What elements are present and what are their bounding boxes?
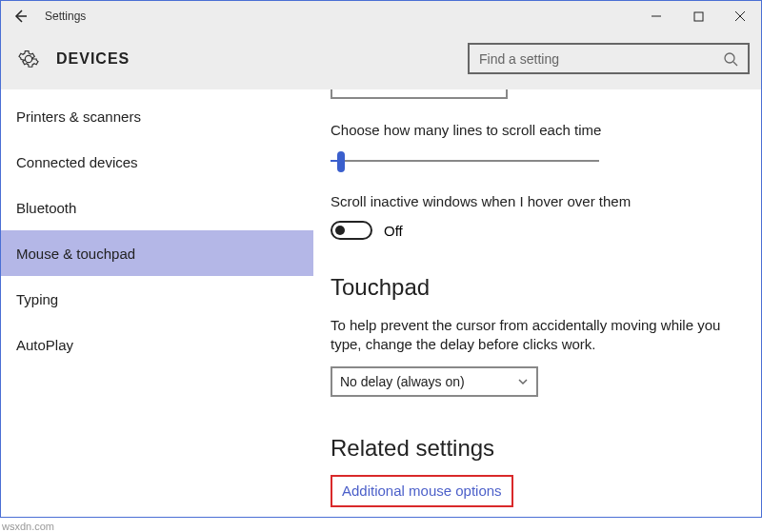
sidebar-item-mouse-touchpad[interactable]: Mouse & touchpad (1, 230, 313, 276)
sidebar-item-connected-devices[interactable]: Connected devices (1, 139, 313, 185)
inactive-scroll-state: Off (384, 223, 403, 239)
close-button[interactable] (719, 1, 761, 31)
close-icon (734, 10, 746, 22)
touchpad-body: To help prevent the cursor from accident… (331, 316, 736, 355)
sidebar: Printers & scanners Connected devices Bl… (1, 89, 313, 517)
related-settings-heading: Related settings (331, 435, 736, 462)
search-input[interactable]: Find a setting (468, 43, 750, 74)
highlight-box: Additional mouse options (331, 475, 513, 507)
search-icon (723, 51, 738, 67)
additional-mouse-options-link[interactable]: Additional mouse options (342, 483, 502, 499)
slider-thumb[interactable] (337, 151, 345, 172)
window-title: Settings (45, 10, 86, 23)
inactive-scroll-label: Scroll inactive windows when I hover ove… (331, 193, 736, 209)
scroll-lines-label: Choose how many lines to scroll each tim… (331, 122, 736, 138)
chevron-down-icon (517, 376, 529, 387)
watermark: wsxdn.com (2, 521, 54, 532)
search-placeholder: Find a setting (479, 51, 723, 67)
maximize-button[interactable] (677, 1, 719, 31)
sidebar-item-autoplay[interactable]: AutoPlay (1, 322, 313, 367)
minimize-button[interactable] (635, 1, 677, 31)
svg-point-1 (725, 53, 734, 63)
svg-rect-0 (694, 12, 703, 21)
content-panel: Choose how many lines to scroll each tim… (313, 89, 761, 517)
scroll-lines-slider[interactable] (331, 151, 599, 170)
gear-icon (18, 49, 39, 69)
touchpad-delay-value: No delay (always on) (340, 374, 465, 389)
sidebar-item-bluetooth[interactable]: Bluetooth (1, 185, 313, 230)
maximize-icon (693, 11, 704, 22)
arrow-left-icon (11, 8, 29, 25)
dropdown-partial[interactable] (331, 89, 508, 99)
back-button[interactable] (1, 1, 39, 31)
sidebar-item-printers[interactable]: Printers & scanners (1, 93, 313, 139)
touchpad-delay-dropdown[interactable]: No delay (always on) (331, 366, 538, 397)
section-title: DEVICES (56, 50, 130, 68)
sidebar-item-typing[interactable]: Typing (1, 276, 313, 322)
touchpad-heading: Touchpad (331, 274, 736, 301)
inactive-scroll-toggle[interactable] (331, 221, 372, 240)
minimize-icon (651, 10, 662, 22)
